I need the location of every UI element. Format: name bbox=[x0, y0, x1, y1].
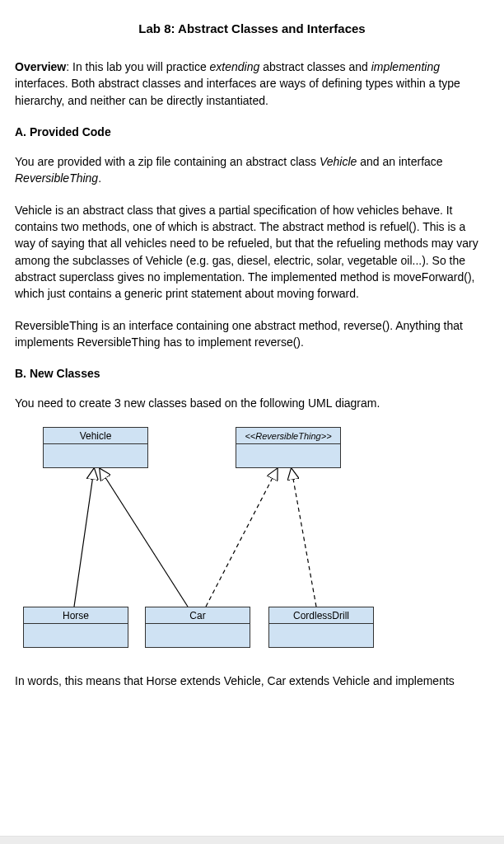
uml-body-car bbox=[146, 624, 250, 647]
section-b-intro: You need to create 3 new classes based o… bbox=[15, 395, 489, 411]
document-page: Lab 8: Abstract Classes and Interfaces O… bbox=[0, 0, 504, 836]
uml-body-drill bbox=[269, 624, 373, 647]
section-a-p1: You are provided with a zip file contain… bbox=[15, 153, 489, 187]
overview-text-1: : In this lab you will practice bbox=[66, 60, 209, 73]
overview-em-1: extending bbox=[210, 60, 260, 73]
uml-box-drill: CordlessDrill bbox=[268, 607, 374, 648]
uml-box-car: Car bbox=[145, 607, 250, 648]
overview-paragraph: Overview: In this lab you will practice … bbox=[15, 59, 489, 109]
uml-box-horse: Horse bbox=[23, 607, 128, 648]
blank-space bbox=[15, 704, 489, 828]
section-a-p1-em2: ReversibleThing bbox=[15, 171, 98, 185]
uml-box-vehicle: Vehicle bbox=[43, 427, 148, 468]
section-a-p1-a: You are provided with a zip file contain… bbox=[15, 155, 320, 168]
uml-label-vehicle: Vehicle bbox=[44, 428, 147, 444]
section-a-p1-b: and an interface bbox=[357, 155, 442, 168]
connector-car-reversible bbox=[206, 470, 277, 607]
section-a-p2: Vehicle is an abstract class that gives … bbox=[15, 202, 489, 302]
page-title: Lab 8: Abstract Classes and Interfaces bbox=[15, 21, 489, 35]
section-a-p1-c: . bbox=[98, 171, 101, 185]
connector-drill-reversible bbox=[292, 470, 316, 607]
section-a-heading: A. Provided Code bbox=[15, 124, 489, 140]
section-a-p1-em1: Vehicle bbox=[320, 155, 357, 168]
separator-bar bbox=[0, 836, 504, 844]
section-b-heading: B. New Classes bbox=[15, 365, 489, 382]
overview-label: Overview bbox=[15, 60, 66, 73]
uml-caption: In words, this means that Horse extends … bbox=[15, 673, 489, 689]
uml-diagram: Vehicle <<ReversibleThing>> Horse Car Co… bbox=[15, 427, 489, 666]
section-a-p3: ReversibleThing is an interface containi… bbox=[15, 317, 489, 351]
uml-body-horse bbox=[24, 624, 128, 647]
uml-label-reversible: <<ReversibleThing>> bbox=[236, 428, 340, 444]
overview-text-2: abstract classes and bbox=[259, 60, 371, 73]
overview-text-3: interfaces. Both abstract classes and in… bbox=[15, 77, 460, 106]
uml-body-reversible bbox=[236, 444, 340, 467]
uml-box-reversible: <<ReversibleThing>> bbox=[236, 427, 341, 468]
uml-body-vehicle bbox=[44, 444, 147, 467]
uml-label-drill: CordlessDrill bbox=[269, 607, 373, 624]
uml-label-horse: Horse bbox=[24, 607, 128, 624]
uml-label-car: Car bbox=[146, 607, 250, 624]
overview-em-2: implementing bbox=[371, 60, 440, 73]
connector-horse-vehicle bbox=[74, 470, 94, 607]
connector-car-vehicle bbox=[100, 470, 188, 607]
